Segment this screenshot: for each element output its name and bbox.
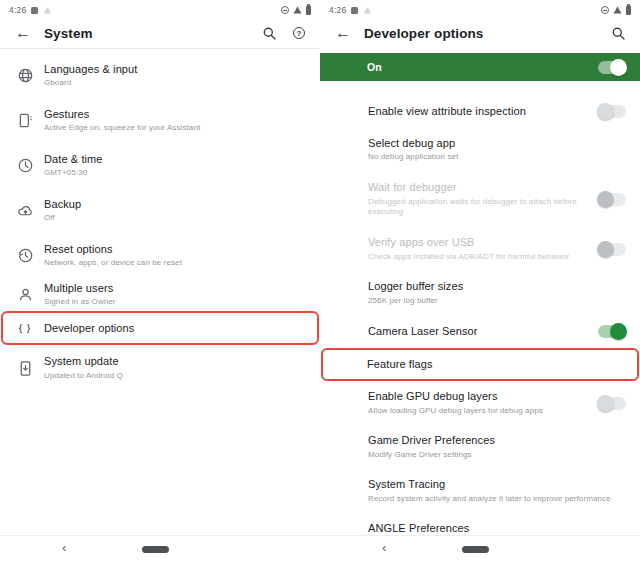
item-title: Camera Laser Sensor [368, 325, 590, 338]
help-icon[interactable]: ? [293, 27, 305, 39]
nav-back-icon[interactable]: ‹ [62, 540, 66, 555]
item-title: Feature flags [367, 358, 623, 371]
item-subtitle: 256K per log buffer [368, 296, 626, 306]
settings-item-game-driver-preferences[interactable]: Game Driver Preferences Modify Game Driv… [320, 425, 640, 469]
item-subtitle: Modify Game Driver settings [368, 450, 626, 460]
item-title: ANGLE Preferences [368, 522, 626, 535]
item-subtitle: Updated to Android Q [44, 371, 304, 381]
item-subtitle: Debugged application waits for debugger … [368, 197, 590, 217]
item-subtitle: Record system activity and analyze it la… [368, 494, 626, 504]
search-icon[interactable] [612, 27, 625, 40]
item-title: Gestures [44, 108, 304, 121]
settings-item-gestures[interactable]: Gestures Active Edge on, squeeze for you… [0, 98, 320, 143]
item-title: Enable GPU debug layers [368, 390, 590, 403]
item-subtitle: Gboard [44, 78, 304, 88]
toggle-wait-for-debugger [598, 193, 626, 206]
globe-icon [16, 67, 34, 85]
settings-item-select-debug-app[interactable]: Select debug app No debug application se… [320, 128, 640, 171]
settings-item-logger-buffer-sizes[interactable]: Logger buffer sizes 256K per log buffer [320, 271, 640, 315]
home-pill[interactable] [142, 546, 169, 553]
settings-item-enable-view-attribute-inspection[interactable]: Enable view attribute inspection [320, 95, 640, 128]
item-title: Game Driver Preferences [368, 434, 626, 447]
item-title: Verify apps over USB [368, 236, 590, 249]
toggle-view-attribute-inspection[interactable] [598, 105, 626, 118]
settings-item-backup[interactable]: Backup Off [0, 188, 320, 233]
item-title: Backup [44, 198, 304, 211]
item-title: Wait for debugger [368, 181, 590, 194]
settings-item-date-time[interactable]: Date & time GMT+05:30 [0, 143, 320, 188]
item-subtitle: No debug application set [368, 152, 626, 162]
item-title: Developer options [44, 322, 301, 335]
item-subtitle: Active Edge on, squeeze for your Assista… [44, 123, 304, 133]
developer-options-screen: 4:26 ← Developer options On Enable [320, 0, 640, 564]
item-title: Select debug app [368, 137, 626, 150]
search-icon[interactable] [263, 27, 276, 40]
item-title: Logger buffer sizes [368, 280, 626, 293]
system-update-icon [16, 359, 34, 377]
toggle-verify-apps-over-usb [598, 243, 626, 256]
status-bar: 4:26 [0, 0, 320, 18]
do-not-disturb-icon [601, 6, 609, 14]
settings-item-languages-input[interactable]: Languages & input Gboard [0, 53, 320, 98]
settings-item-enable-gpu-debug-layers[interactable]: Enable GPU debug layers Allow loading GP… [320, 381, 640, 425]
item-subtitle: GMT+05:30 [44, 168, 304, 178]
item-title: System update [44, 355, 304, 368]
faded-wifi-icon [363, 6, 372, 14]
settings-item-system-update[interactable]: System update Updated to Android Q [0, 345, 320, 391]
system-settings-list: Languages & input Gboard Gestures Active… [0, 49, 320, 391]
developer-options-list: Enable view attribute inspection Select … [320, 95, 640, 557]
settings-item-developer-options[interactable]: { } Developer options [1, 311, 319, 345]
status-time: 4:26 [9, 5, 26, 15]
item-title: Reset options [44, 243, 304, 256]
settings-item-reset-options[interactable]: Reset options Network, apps, or device c… [0, 233, 320, 278]
back-arrow-icon[interactable]: ← [335, 25, 364, 41]
wifi-icon [293, 6, 302, 14]
page-title: Developer options [364, 26, 612, 41]
toggle-camera-laser-sensor[interactable] [598, 325, 626, 338]
settings-item-wait-for-debugger: Wait for debugger Debugged application w… [320, 171, 640, 227]
braces-icon: { } [16, 319, 34, 337]
screenshot-icon [31, 7, 38, 14]
item-title: Date & time [44, 153, 304, 166]
battery-icon [626, 6, 631, 15]
item-subtitle: Allow loading GPU debug layers for debug… [368, 406, 590, 416]
page-title: System [44, 26, 263, 41]
app-bar: ← System ? [0, 18, 320, 48]
back-arrow-icon[interactable]: ← [15, 25, 44, 41]
do-not-disturb-icon [281, 6, 289, 14]
wifi-icon [613, 6, 622, 14]
battery-icon [306, 6, 311, 15]
status-bar: 4:26 [320, 0, 640, 18]
settings-item-feature-flags[interactable]: Feature flags [321, 348, 639, 381]
settings-item-camera-laser-sensor[interactable]: Camera Laser Sensor [320, 315, 640, 348]
faded-wifi-icon [43, 6, 52, 14]
gestures-phone-icon [16, 112, 34, 130]
clock-icon [16, 157, 34, 175]
item-subtitle: Signed in as Owner [44, 297, 304, 307]
app-bar: ← Developer options [320, 18, 640, 48]
item-subtitle: Network, apps, or device can be reset [44, 258, 304, 268]
system-settings-screen: 4:26 ← System ? [0, 0, 320, 564]
item-title: System Tracing [368, 478, 626, 491]
item-subtitle: Off [44, 213, 304, 223]
status-time: 4:26 [329, 5, 346, 15]
item-title: Multiple users [44, 282, 304, 295]
person-icon [16, 286, 34, 304]
settings-item-verify-apps-over-usb: Verify apps over USB Check apps installe… [320, 227, 640, 271]
item-title: Enable view attribute inspection [368, 105, 590, 118]
home-pill[interactable] [462, 546, 489, 553]
master-toggle[interactable] [598, 61, 626, 74]
settings-item-system-tracing[interactable]: System Tracing Record system activity an… [320, 469, 640, 513]
settings-item-multiple-users[interactable]: Multiple users Signed in as Owner [0, 278, 320, 311]
banner-label: On [367, 61, 382, 73]
developer-options-on-banner[interactable]: On [320, 53, 640, 81]
item-subtitle: Check apps installed via ADB/ADT for har… [368, 252, 590, 262]
toggle-gpu-debug-layers[interactable] [598, 397, 626, 410]
history-reset-icon [16, 247, 34, 265]
nav-back-icon[interactable]: ‹ [382, 540, 386, 555]
screenshot-icon [351, 7, 358, 14]
cloud-backup-icon [16, 202, 34, 220]
item-title: Languages & input [44, 63, 304, 76]
navigation-bar: ‹ [320, 535, 640, 564]
navigation-bar: ‹ [0, 535, 320, 564]
